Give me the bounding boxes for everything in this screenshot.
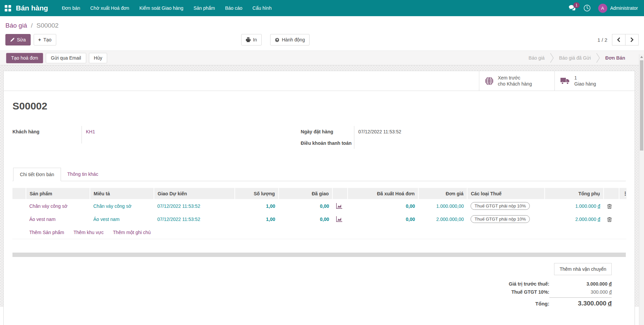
product-link[interactable]: Áo vest nam — [26, 213, 90, 226]
breadcrumb-quotation-link[interactable]: Báo giá — [5, 22, 27, 29]
app-brand[interactable]: Bán hàng — [16, 4, 48, 12]
optional-columns-toggle[interactable]: ⋮ — [619, 188, 626, 199]
statusbar: Tạo hoá đơn Gửi qua Email Hủy Báo giá Bá… — [0, 51, 644, 65]
breadcrumb-current: S00002 — [36, 22, 59, 29]
tab-other-info[interactable]: Thông tin khác — [61, 168, 105, 181]
control-panel: Báo giá / S00002 Sửa + Tạo In — [0, 16, 644, 51]
order-line-row[interactable]: Chân váy công sở Chân váy công sở 07/12/… — [12, 199, 626, 213]
stage-quotation-sent[interactable]: Báo giá đã Gửi — [554, 55, 596, 61]
forecast-chart-icon[interactable] — [332, 199, 348, 213]
breadcrumb: Báo giá / S00002 — [5, 20, 639, 31]
product-link[interactable]: Chân váy công sở — [26, 199, 90, 213]
tax-tag: Thuế GTGT phải nộp 10% — [471, 215, 530, 223]
scheduled-date-cell: 07/12/2022 11:53:52 — [154, 213, 235, 226]
globe-icon — [485, 76, 494, 86]
add-product-link[interactable]: Thêm Sản phẩm — [29, 230, 64, 235]
activities-menu[interactable] — [583, 4, 591, 12]
currency-symbol: đ — [609, 289, 612, 295]
horizontal-scrollbar[interactable] — [12, 253, 626, 257]
customer-preview-button[interactable]: Xem trước cho Khách hàng — [479, 71, 554, 91]
top-navbar: Bán hàng Đơn bán Chờ xuất Hoá đơn Kiểm s… — [0, 0, 644, 16]
edit-button[interactable]: Sửa — [5, 34, 31, 45]
row-handle — [12, 199, 26, 213]
col-product[interactable]: Sản phẩm — [26, 188, 90, 199]
col-subtotal[interactable]: Tổng phụ — [545, 188, 604, 199]
gear-icon — [275, 37, 280, 42]
create-invoice-button[interactable]: Tạo hoá đơn — [6, 53, 43, 63]
subtotal-cell: 1.000.000đ — [545, 199, 604, 213]
col-unit-price[interactable]: Đơn giá — [418, 188, 467, 199]
nav-item-orders[interactable]: Đơn bán — [57, 0, 85, 16]
print-button[interactable]: In — [241, 34, 262, 45]
untaxed-amount-value: 3.000.000đ — [549, 281, 612, 287]
nav-item-configuration[interactable]: Cấu hình — [248, 0, 277, 16]
delete-line-button[interactable] — [604, 213, 619, 226]
add-note-link[interactable]: Thêm một ghi chú — [113, 230, 151, 235]
nav-item-reporting[interactable]: Báo cáo — [220, 0, 247, 16]
clock-icon — [583, 4, 591, 12]
status-pipeline: Báo giá Báo giá đã Gửi Đơn Bán — [523, 53, 631, 63]
forecast-chart-icon[interactable] — [332, 213, 348, 226]
avatar: A — [598, 4, 607, 13]
apps-grid-icon[interactable] — [5, 5, 11, 11]
vertical-scrollbar[interactable] — [639, 54, 644, 325]
col-delivered[interactable]: Đã giao — [279, 188, 332, 199]
col-description[interactable]: Miêu tả — [90, 188, 154, 199]
order-line-row[interactable]: Áo vest nam Áo vest nam 07/12/2022 11:53… — [12, 213, 626, 226]
quantity-cell: 1,00 — [235, 213, 279, 226]
col-quantity[interactable]: Số lượng — [235, 188, 279, 199]
smart-buttons-row: Xem trước cho Khách hàng 1 Giao hàng — [4, 71, 635, 91]
cancel-button[interactable]: Hủy — [89, 53, 107, 63]
delivery-smart-button[interactable]: 1 Giao hàng — [554, 71, 635, 91]
vertical-scrollbar-thumb[interactable] — [640, 60, 643, 151]
action-button[interactable]: Hành động — [270, 34, 310, 45]
stage-quotation[interactable]: Báo giá — [523, 55, 550, 61]
order-lines-table: Sản phẩm Miêu tả Giao Dự kiến Số lượng Đ… — [12, 188, 626, 239]
order-date-value: 07/12/2022 11:53:52 — [358, 129, 401, 134]
user-menu[interactable]: A Administrator — [598, 4, 638, 13]
add-shipping-button[interactable]: Thêm nhà vận chuyển — [554, 263, 612, 275]
payment-terms-label: Điều khoản thanh toán — [301, 137, 354, 149]
currency-symbol: đ — [598, 203, 600, 209]
truck-icon — [560, 77, 570, 85]
delete-line-button[interactable] — [604, 199, 619, 213]
tab-order-lines[interactable]: Chi tiết Đơn bán — [13, 168, 61, 181]
preview-line2: cho Khách hàng — [498, 81, 532, 87]
messages-menu[interactable]: 1 — [569, 5, 576, 11]
customer-value-link[interactable]: KH1 — [86, 129, 95, 134]
nav-item-delivery-control[interactable]: Kiểm soát Giao hàng — [134, 0, 189, 16]
chevron-right-icon — [630, 37, 634, 42]
delivered-cell: 0,00 — [279, 213, 332, 226]
currency-symbol: đ — [609, 281, 612, 287]
quantity-cell: 1,00 — [235, 199, 279, 213]
create-button[interactable]: + Tạo — [34, 34, 56, 45]
nav-item-to-invoice[interactable]: Chờ xuất Hoá đơn — [85, 0, 134, 16]
unit-price-cell: 1.000.000,00 — [418, 199, 467, 213]
pager-value: 1 / 2 — [598, 37, 607, 43]
add-section-link[interactable]: Thêm khu vực — [73, 230, 104, 235]
send-by-email-button[interactable]: Gửi qua Email — [46, 53, 86, 63]
taxes-cell: Thuế GTGT phải nộp 10% — [467, 199, 545, 213]
unit-price-cell: 2.000.000,00 — [418, 213, 467, 226]
order-title: S00002 — [12, 91, 626, 112]
handle-column-header — [12, 188, 26, 199]
printer-icon — [246, 37, 251, 42]
scroll-up-arrow-icon[interactable] — [640, 56, 643, 58]
col-scheduled-date[interactable]: Giao Dự kiến — [154, 188, 235, 199]
delivered-cell: 0,00 — [279, 199, 332, 213]
col-invoiced[interactable]: Đã xuất Hoá đơn — [348, 188, 418, 199]
pager-previous-button[interactable] — [612, 34, 625, 45]
total-value: 3.300.000đ — [549, 297, 612, 307]
customer-label: Khách hàng — [12, 126, 82, 137]
breadcrumb-separator: / — [31, 22, 33, 29]
notebook-tabs: Chi tiết Đơn bán Thông tin khác — [12, 168, 626, 181]
form-sheet: Xem trước cho Khách hàng 1 Giao hàng S00… — [3, 71, 635, 325]
delivery-count: 1 — [574, 75, 596, 81]
invoiced-cell: 0,00 — [348, 199, 418, 213]
stage-arrow-icon — [550, 53, 554, 63]
col-taxes[interactable]: Các loại Thuế — [467, 188, 545, 199]
pager-next-button[interactable] — [625, 34, 639, 45]
nav-item-products[interactable]: Sản phẩm — [188, 0, 220, 16]
stage-sales-order[interactable]: Đơn Bán — [600, 55, 631, 61]
preview-line1: Xem trước — [498, 75, 532, 81]
